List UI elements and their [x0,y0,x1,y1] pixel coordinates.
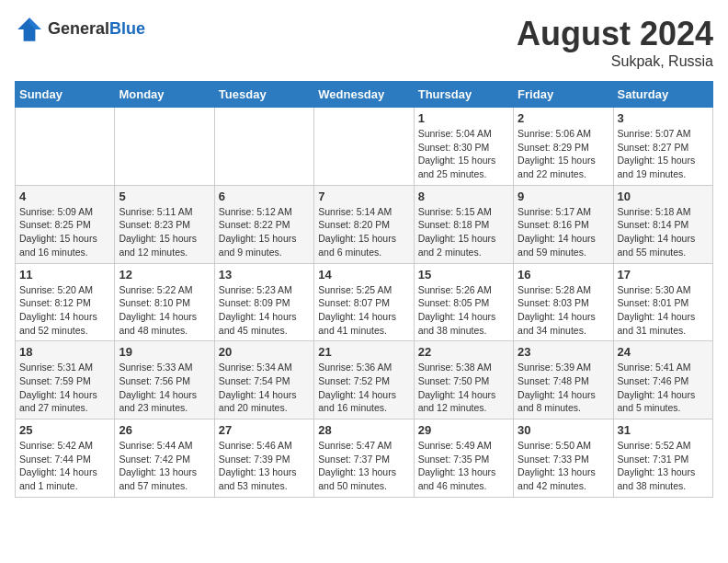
week-row-4: 18Sunrise: 5:31 AM Sunset: 7:59 PM Dayli… [16,341,713,419]
day-cell [115,108,214,186]
day-number: 17 [618,268,709,282]
day-number: 12 [119,268,210,282]
day-number: 7 [318,190,409,203]
day-info: Sunrise: 5:34 AM Sunset: 7:54 PM Dayligh… [219,361,310,415]
day-info: Sunrise: 5:22 AM Sunset: 8:10 PM Dayligh… [119,283,210,338]
day-cell: 7Sunrise: 5:14 AM Sunset: 8:20 PM Daylig… [314,185,414,263]
weekday-header-sunday: Sunday [16,82,115,108]
weekday-header-saturday: Saturday [613,82,712,108]
logo: GeneralBlue [15,15,145,44]
day-cell: 2Sunrise: 5:06 AM Sunset: 8:29 PM Daylig… [514,108,613,186]
logo-icon [15,15,44,44]
day-number: 4 [19,190,110,203]
day-info: Sunrise: 5:28 AM Sunset: 8:03 PM Dayligh… [518,283,609,338]
day-number: 30 [518,423,609,437]
day-info: Sunrise: 5:44 AM Sunset: 7:42 PM Dayligh… [119,439,210,493]
day-cell: 25Sunrise: 5:42 AM Sunset: 7:44 PM Dayli… [16,419,115,498]
day-cell: 15Sunrise: 5:26 AM Sunset: 8:05 PM Dayli… [414,263,513,341]
day-info: Sunrise: 5:39 AM Sunset: 7:48 PM Dayligh… [518,361,609,415]
day-number: 18 [19,345,110,359]
day-info: Sunrise: 5:42 AM Sunset: 7:44 PM Dayligh… [19,439,110,493]
day-cell: 26Sunrise: 5:44 AM Sunset: 7:42 PM Dayli… [115,419,214,498]
day-cell: 30Sunrise: 5:50 AM Sunset: 7:33 PM Dayli… [514,419,613,498]
day-number: 24 [618,345,709,359]
weekday-header-monday: Monday [115,82,214,108]
day-cell: 24Sunrise: 5:41 AM Sunset: 7:46 PM Dayli… [613,341,712,419]
day-cell: 12Sunrise: 5:22 AM Sunset: 8:10 PM Dayli… [115,263,214,341]
day-cell: 28Sunrise: 5:47 AM Sunset: 7:37 PM Dayli… [314,419,414,498]
day-info: Sunrise: 5:26 AM Sunset: 8:05 PM Dayligh… [418,283,509,338]
weekday-header-row: SundayMondayTuesdayWednesdayThursdayFrid… [16,82,713,108]
day-number: 16 [518,268,609,282]
day-cell: 19Sunrise: 5:33 AM Sunset: 7:56 PM Dayli… [115,341,214,419]
weekday-header-thursday: Thursday [414,82,513,108]
day-number: 10 [618,190,709,203]
day-cell: 1Sunrise: 5:04 AM Sunset: 8:30 PM Daylig… [414,108,513,186]
day-info: Sunrise: 5:25 AM Sunset: 8:07 PM Dayligh… [318,283,409,338]
day-number: 3 [618,111,709,125]
day-cell [16,108,115,186]
location: Sukpak, Russia [517,53,713,70]
day-cell: 8Sunrise: 5:15 AM Sunset: 8:18 PM Daylig… [414,185,513,263]
day-number: 8 [418,190,509,203]
day-info: Sunrise: 5:41 AM Sunset: 7:46 PM Dayligh… [618,361,709,415]
day-info: Sunrise: 5:20 AM Sunset: 8:12 PM Dayligh… [19,283,110,338]
day-info: Sunrise: 5:23 AM Sunset: 8:09 PM Dayligh… [219,283,310,338]
day-number: 31 [618,423,709,437]
day-cell: 4Sunrise: 5:09 AM Sunset: 8:25 PM Daylig… [16,185,115,263]
day-number: 15 [418,268,509,282]
day-info: Sunrise: 5:06 AM Sunset: 8:29 PM Dayligh… [518,127,609,181]
day-number: 5 [119,190,210,203]
page-header: GeneralBlue August 2024 Sukpak, Russia [15,15,713,70]
day-info: Sunrise: 5:04 AM Sunset: 8:30 PM Dayligh… [418,127,509,181]
day-info: Sunrise: 5:17 AM Sunset: 8:16 PM Dayligh… [518,205,609,259]
day-cell: 20Sunrise: 5:34 AM Sunset: 7:54 PM Dayli… [214,341,313,419]
day-cell: 13Sunrise: 5:23 AM Sunset: 8:09 PM Dayli… [214,263,313,341]
day-cell: 27Sunrise: 5:46 AM Sunset: 7:39 PM Dayli… [214,419,313,498]
day-cell: 29Sunrise: 5:49 AM Sunset: 7:35 PM Dayli… [414,419,513,498]
day-number: 28 [318,423,409,437]
weekday-header-wednesday: Wednesday [314,82,414,108]
day-cell: 22Sunrise: 5:38 AM Sunset: 7:50 PM Dayli… [414,341,513,419]
day-info: Sunrise: 5:52 AM Sunset: 7:31 PM Dayligh… [618,439,709,493]
day-cell: 21Sunrise: 5:36 AM Sunset: 7:52 PM Dayli… [314,341,414,419]
day-info: Sunrise: 5:47 AM Sunset: 7:37 PM Dayligh… [318,439,409,493]
day-number: 9 [518,190,609,203]
day-info: Sunrise: 5:30 AM Sunset: 8:01 PM Dayligh… [618,283,709,338]
month-year: August 2024 [517,15,713,53]
day-info: Sunrise: 5:38 AM Sunset: 7:50 PM Dayligh… [418,361,509,415]
day-number: 25 [19,423,110,437]
day-number: 29 [418,423,509,437]
day-info: Sunrise: 5:36 AM Sunset: 7:52 PM Dayligh… [318,361,409,415]
day-info: Sunrise: 5:11 AM Sunset: 8:23 PM Dayligh… [119,205,210,259]
day-number: 19 [119,345,210,359]
day-cell [314,108,414,186]
day-cell: 10Sunrise: 5:18 AM Sunset: 8:14 PM Dayli… [613,185,712,263]
day-number: 2 [518,111,609,125]
week-row-5: 25Sunrise: 5:42 AM Sunset: 7:44 PM Dayli… [16,419,713,498]
week-row-3: 11Sunrise: 5:20 AM Sunset: 8:12 PM Dayli… [16,263,713,341]
day-cell: 23Sunrise: 5:39 AM Sunset: 7:48 PM Dayli… [514,341,613,419]
day-number: 6 [219,190,310,203]
day-info: Sunrise: 5:31 AM Sunset: 7:59 PM Dayligh… [19,361,110,415]
logo-general-text: GeneralBlue [48,20,145,39]
weekday-header-friday: Friday [514,82,613,108]
day-cell: 14Sunrise: 5:25 AM Sunset: 8:07 PM Dayli… [314,263,414,341]
week-row-1: 1Sunrise: 5:04 AM Sunset: 8:30 PM Daylig… [16,108,713,186]
day-cell: 9Sunrise: 5:17 AM Sunset: 8:16 PM Daylig… [514,185,613,263]
day-info: Sunrise: 5:46 AM Sunset: 7:39 PM Dayligh… [219,439,310,493]
title-block: August 2024 Sukpak, Russia [517,15,713,70]
day-cell [214,108,313,186]
day-number: 23 [518,345,609,359]
week-row-2: 4Sunrise: 5:09 AM Sunset: 8:25 PM Daylig… [16,185,713,263]
day-number: 13 [219,268,310,282]
day-cell: 16Sunrise: 5:28 AM Sunset: 8:03 PM Dayli… [514,263,613,341]
day-number: 26 [119,423,210,437]
day-info: Sunrise: 5:18 AM Sunset: 8:14 PM Dayligh… [618,205,709,259]
day-info: Sunrise: 5:50 AM Sunset: 7:33 PM Dayligh… [518,439,609,493]
calendar-table: SundayMondayTuesdayWednesdayThursdayFrid… [15,81,713,498]
day-info: Sunrise: 5:49 AM Sunset: 7:35 PM Dayligh… [418,439,509,493]
day-number: 21 [318,345,409,359]
day-number: 1 [418,111,509,125]
day-number: 27 [219,423,310,437]
